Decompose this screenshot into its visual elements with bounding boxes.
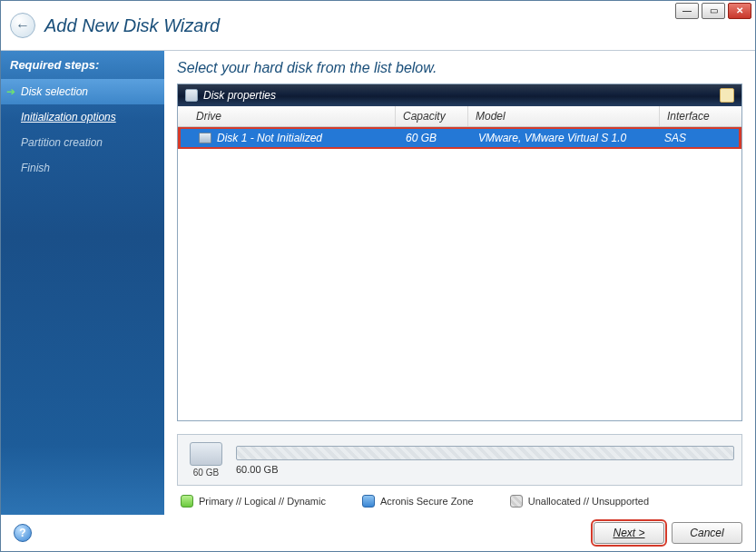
disk-list-body [178, 149, 741, 420]
step-partition-creation: Partition creation [1, 130, 164, 155]
legend-secure-label: Acronis Secure Zone [380, 496, 474, 507]
footer: ? Next > Cancel [1, 515, 755, 551]
col-header-interface[interactable]: Interface [660, 106, 741, 126]
col-header-drive[interactable]: Drive [178, 106, 396, 126]
disk-icon [185, 89, 198, 102]
arrow-left-icon: ← [15, 17, 30, 34]
cell-model: VMware, VMware Virtual S 1.0 [471, 129, 657, 147]
legend-swatch-grey [510, 495, 523, 508]
step-disk-selection[interactable]: Disk selection [1, 79, 164, 104]
hard-disk-icon [190, 442, 222, 466]
step-label: Partition creation [21, 136, 103, 149]
legend-primary-label: Primary // Logical // Dynamic [199, 496, 326, 507]
step-label: Disk selection [21, 85, 88, 98]
title-bar: ← Add New Disk Wizard [1, 1, 755, 51]
wizard-title: Add New Disk Wizard [44, 15, 220, 36]
back-button[interactable]: ← [10, 13, 35, 38]
content-heading: Select your hard disk from the list belo… [177, 60, 742, 76]
window-close-button[interactable]: ✕ [728, 3, 751, 19]
disk-map-label: 60.00 GB [236, 464, 734, 475]
step-initialization-options[interactable]: Initialization options [1, 104, 164, 130]
legend-unallocated: Unallocated // Unsupported [510, 495, 649, 508]
cell-capacity: 60 GB [398, 129, 471, 147]
column-headers: Drive Capacity Model Interface [178, 106, 741, 127]
disk-map-track[interactable] [236, 446, 734, 460]
cancel-button[interactable]: Cancel [672, 522, 742, 544]
disk-thumb-label: 60 GB [185, 468, 227, 478]
step-label: Finish [21, 162, 50, 174]
sidebar-header: Required steps: [1, 51, 164, 79]
disk-map: 60 GB 60.00 GB [177, 434, 742, 486]
legend-swatch-green [181, 495, 193, 508]
legend-secure-zone: Acronis Secure Zone [362, 495, 474, 508]
legend-swatch-blue [362, 495, 375, 508]
drive-icon [199, 133, 211, 143]
steps-sidebar: Required steps: Disk selection Initializ… [1, 51, 164, 515]
col-header-model[interactable]: Model [468, 106, 660, 126]
help-button[interactable]: ? [14, 524, 32, 542]
disk-properties-panel: Disk properties Drive Capacity Model Int… [177, 84, 742, 421]
window-minimize-button[interactable]: — [675, 3, 699, 19]
panel-title-bar: Disk properties [178, 84, 741, 106]
legend: Primary // Logical // Dynamic Acronis Se… [177, 486, 742, 508]
legend-primary: Primary // Logical // Dynamic [181, 495, 326, 508]
step-label: Initialization options [21, 111, 116, 123]
panel-action-icon[interactable] [720, 88, 734, 103]
legend-unalloc-label: Unallocated // Unsupported [528, 496, 649, 507]
step-finish: Finish [1, 155, 164, 181]
disk-thumb[interactable]: 60 GB [185, 442, 227, 478]
cell-interface: SAS [657, 129, 739, 147]
disk-row-selected[interactable]: Disk 1 - Not Initialized 60 GB VMware, V… [178, 127, 741, 149]
next-button[interactable]: Next > [594, 522, 664, 544]
col-header-capacity[interactable]: Capacity [396, 106, 468, 126]
window-maximize-button[interactable]: ▭ [702, 3, 725, 19]
cell-drive: Disk 1 - Not Initialized [217, 132, 322, 144]
panel-title-text: Disk properties [203, 89, 276, 102]
